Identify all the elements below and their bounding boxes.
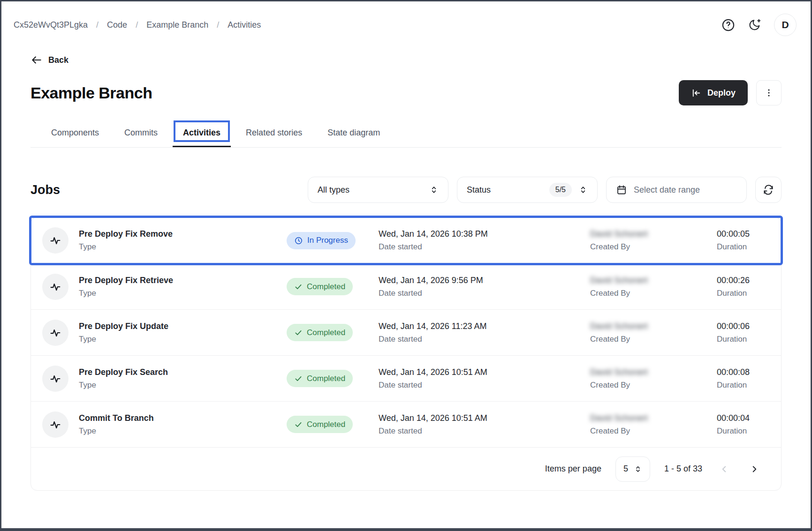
date-started-label: Date started: [379, 242, 590, 252]
items-per-page-label: Items per page: [545, 464, 601, 474]
job-row[interactable]: Commit To Branch Type Completed: [31, 401, 781, 447]
status-text: Completed: [307, 328, 345, 337]
job-date: Wed, Jan 14, 2026 10:38 PM: [379, 229, 590, 239]
status-text: Completed: [307, 374, 345, 383]
tab-commits[interactable]: Commits: [114, 121, 168, 147]
job-name-cell: Pre Deploy Fix Retrieve Type: [42, 274, 287, 300]
breadcrumb-separator: /: [136, 20, 138, 30]
calendar-icon: [616, 184, 627, 195]
job-date: Wed, Jan 14, 2026 10:51 AM: [379, 413, 590, 423]
date-range-placeholder: Select date range: [634, 185, 737, 195]
job-duration: 00:00:08: [717, 367, 770, 377]
job-row[interactable]: Pre Deploy Fix Search Type Completed: [31, 355, 781, 401]
jobs-list: Pre Deploy Fix Remove Type In Progress: [31, 217, 781, 447]
job-type-label: Type: [79, 381, 168, 390]
status-badge: Completed: [287, 370, 353, 387]
breadcrumb-item-activities[interactable]: Activities: [228, 20, 261, 30]
job-name: Pre Deploy Fix Search: [79, 367, 168, 377]
job-status-cell: Completed: [287, 278, 379, 295]
next-page-button[interactable]: [746, 461, 762, 477]
jobs-card: Pre Deploy Fix Remove Type In Progress: [30, 217, 782, 491]
tab-state-diagram[interactable]: State diagram: [317, 121, 390, 147]
date-range-picker[interactable]: Select date range: [606, 177, 747, 203]
job-date-cell: Wed, Jan 14, 2026 11:23 AM Date started: [379, 322, 590, 344]
chevron-right-icon: [749, 464, 759, 474]
job-name: Commit To Branch: [79, 413, 154, 423]
chevron-up-down-icon: [634, 465, 642, 473]
job-duration-cell: 00:00:06 Duration: [717, 322, 770, 344]
previous-page-button[interactable]: [716, 461, 732, 477]
refresh-button[interactable]: [755, 177, 782, 203]
help-button[interactable]: [721, 18, 736, 32]
dark-mode-toggle[interactable]: [748, 18, 762, 32]
job-date-cell: Wed, Jan 14, 2026 10:51 AM Date started: [379, 413, 590, 436]
status-filter-label: Status: [467, 185, 543, 195]
created-by-label: Created By: [590, 242, 717, 252]
tab-components[interactable]: Components: [41, 121, 109, 147]
chevron-left-icon: [719, 464, 729, 474]
kebab-icon: [764, 88, 774, 98]
breadcrumb-item-project[interactable]: Cx52eWvQt3PLgka: [14, 20, 88, 30]
type-filter-select[interactable]: All types: [308, 177, 448, 203]
job-row[interactable]: Pre Deploy Fix Retrieve Type Completed: [31, 263, 781, 309]
job-name-cell: Pre Deploy Fix Update Type: [42, 320, 287, 346]
job-status-cell: Completed: [287, 324, 379, 341]
duration-label: Duration: [717, 381, 770, 390]
job-name: Pre Deploy Fix Remove: [79, 229, 173, 239]
date-started-label: Date started: [379, 289, 590, 298]
tab-related-stories[interactable]: Related stories: [235, 121, 312, 147]
pagination-range: 1 - 5 of 33: [664, 464, 702, 474]
created-by-label: Created By: [590, 426, 717, 436]
avatar[interactable]: D: [774, 14, 797, 36]
job-duration-cell: 00:00:05 Duration: [717, 229, 770, 252]
main-content: Back Example Branch Deploy: [1, 36, 811, 491]
activity-pulse-icon: [42, 320, 68, 346]
job-created-by-cell: David Schonert Created By: [590, 322, 717, 344]
status-filter-select[interactable]: Status 5/5: [457, 177, 598, 203]
check-icon: [294, 329, 303, 337]
breadcrumb-separator: /: [96, 20, 99, 30]
job-row[interactable]: Pre Deploy Fix Update Type Completed: [31, 309, 781, 355]
job-duration: 00:00:26: [717, 276, 770, 285]
back-label: Back: [48, 55, 68, 65]
job-name-cell: Pre Deploy Fix Search Type: [42, 366, 287, 392]
back-button[interactable]: Back: [30, 54, 68, 66]
job-type-label: Type: [79, 426, 154, 436]
refresh-icon: [763, 184, 774, 195]
job-row[interactable]: Pre Deploy Fix Remove Type In Progress: [31, 217, 781, 263]
type-filter-value: All types: [318, 185, 423, 195]
job-date: Wed, Jan 14, 2026 10:51 AM: [379, 367, 590, 377]
date-started-label: Date started: [379, 426, 590, 436]
job-duration-cell: 00:00:26 Duration: [717, 276, 770, 298]
status-text: Completed: [307, 282, 345, 292]
breadcrumb-item-code[interactable]: Code: [107, 20, 127, 30]
tab-bar: Components Commits Activities Related st…: [30, 121, 782, 148]
status-text: In Progress: [307, 236, 348, 245]
created-by-name-blurred: David Schonert: [590, 229, 717, 239]
job-name-cell: Pre Deploy Fix Remove Type: [42, 227, 287, 254]
job-duration: 00:00:04: [717, 413, 770, 423]
chevron-up-down-icon: [578, 185, 588, 194]
job-status-cell: In Progress: [287, 232, 379, 249]
items-per-page-value: 5: [623, 464, 628, 474]
jobs-filters: All types Status 5/5: [308, 177, 782, 203]
tab-activities[interactable]: Activities: [173, 121, 231, 147]
clock-icon: [294, 236, 303, 245]
items-per-page-stepper[interactable]: 5: [615, 456, 650, 482]
jobs-heading: Jobs: [30, 183, 60, 197]
duration-label: Duration: [717, 426, 770, 436]
created-by-name-blurred: David Schonert: [590, 413, 717, 423]
breadcrumb-item-branch[interactable]: Example Branch: [146, 20, 208, 30]
date-started-label: Date started: [379, 381, 590, 390]
job-created-by-cell: David Schonert Created By: [590, 413, 717, 436]
activity-pulse-icon: [42, 274, 68, 300]
deploy-button[interactable]: Deploy: [679, 80, 748, 105]
moon-plus-icon: [748, 18, 762, 32]
title-actions: Deploy: [679, 80, 782, 105]
created-by-label: Created By: [590, 335, 717, 344]
job-type-label: Type: [79, 335, 168, 344]
more-options-button[interactable]: [756, 80, 782, 105]
chevron-up-down-icon: [429, 185, 439, 194]
created-by-name-blurred: David Schonert: [590, 367, 717, 377]
status-badge: In Progress: [287, 232, 356, 249]
